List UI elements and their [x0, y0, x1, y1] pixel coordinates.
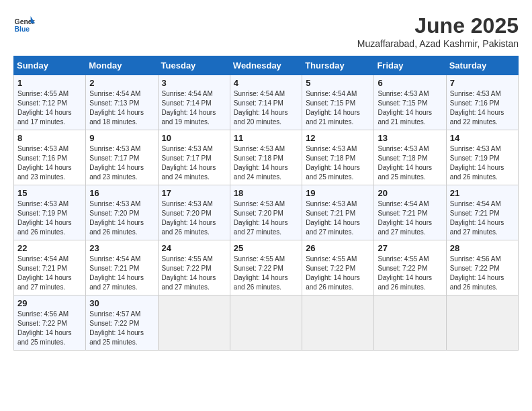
day-number: 29: [17, 298, 82, 308]
calendar-cell: 9 Sunrise: 4:53 AMSunset: 7:17 PMDayligh…: [86, 130, 158, 185]
day-number: 13: [378, 133, 442, 143]
calendar-cell: 6 Sunrise: 4:53 AMSunset: 7:15 PMDayligh…: [374, 75, 446, 130]
calendar-week-row: 1 Sunrise: 4:55 AMSunset: 7:12 PMDayligh…: [14, 75, 519, 130]
day-number: 15: [17, 188, 82, 198]
calendar-cell: 30 Sunrise: 4:57 AMSunset: 7:22 PMDaylig…: [86, 295, 158, 351]
calendar-cell: 20 Sunrise: 4:54 AMSunset: 7:21 PMDaylig…: [374, 185, 446, 240]
day-info: Sunrise: 4:54 AMSunset: 7:14 PMDaylight:…: [234, 90, 288, 126]
col-tuesday: Tuesday: [158, 56, 230, 75]
calendar-cell: 13 Sunrise: 4:53 AMSunset: 7:18 PMDaylig…: [374, 130, 446, 185]
calendar-cell: 12 Sunrise: 4:53 AMSunset: 7:18 PMDaylig…: [302, 130, 374, 185]
day-info: Sunrise: 4:53 AMSunset: 7:16 PMDaylight:…: [17, 145, 72, 181]
day-info: Sunrise: 4:53 AMSunset: 7:18 PMDaylight:…: [234, 145, 288, 181]
day-info: Sunrise: 4:53 AMSunset: 7:17 PMDaylight:…: [89, 145, 144, 181]
day-info: Sunrise: 4:53 AMSunset: 7:20 PMDaylight:…: [89, 200, 144, 236]
day-info: Sunrise: 4:54 AMSunset: 7:13 PMDaylight:…: [89, 90, 144, 126]
col-friday: Friday: [374, 56, 446, 75]
generalblue-logo-icon: General Blue: [13, 13, 35, 35]
col-saturday: Saturday: [446, 56, 518, 75]
calendar-cell: 5 Sunrise: 4:54 AMSunset: 7:15 PMDayligh…: [302, 75, 374, 130]
col-sunday: Sunday: [14, 56, 86, 75]
calendar-cell: 23 Sunrise: 4:54 AMSunset: 7:21 PMDaylig…: [86, 240, 158, 295]
day-number: 19: [306, 188, 370, 198]
day-number: 7: [450, 78, 515, 88]
day-info: Sunrise: 4:54 AMSunset: 7:15 PMDaylight:…: [306, 90, 360, 126]
month-year-title: June 2025: [357, 13, 519, 38]
day-number: 30: [89, 298, 154, 308]
day-number: 2: [89, 78, 154, 88]
day-info: Sunrise: 4:55 AMSunset: 7:22 PMDaylight:…: [234, 255, 288, 291]
day-info: Sunrise: 4:53 AMSunset: 7:19 PMDaylight:…: [450, 145, 504, 181]
day-number: 16: [89, 188, 154, 198]
day-number: 18: [234, 188, 298, 198]
calendar-week-row: 29 Sunrise: 4:56 AMSunset: 7:22 PMDaylig…: [14, 295, 519, 351]
location-subtitle: Muzaffarabad, Azad Kashmir, Pakistan: [357, 38, 519, 49]
day-number: 3: [162, 78, 226, 88]
calendar-cell: 24 Sunrise: 4:55 AMSunset: 7:22 PMDaylig…: [158, 240, 230, 295]
day-number: 11: [234, 133, 298, 143]
calendar-cell: 29 Sunrise: 4:56 AMSunset: 7:22 PMDaylig…: [14, 295, 86, 351]
day-number: 22: [17, 243, 82, 253]
day-info: Sunrise: 4:54 AMSunset: 7:21 PMDaylight:…: [89, 255, 144, 291]
calendar-cell: 25 Sunrise: 4:55 AMSunset: 7:22 PMDaylig…: [230, 240, 302, 295]
day-number: 9: [89, 133, 154, 143]
day-number: 24: [162, 243, 226, 253]
day-number: 5: [306, 78, 370, 88]
calendar-cell: 27 Sunrise: 4:55 AMSunset: 7:22 PMDaylig…: [374, 240, 446, 295]
day-number: 4: [234, 78, 298, 88]
day-info: Sunrise: 4:53 AMSunset: 7:18 PMDaylight:…: [378, 145, 432, 181]
day-number: 25: [234, 243, 298, 253]
day-info: Sunrise: 4:53 AMSunset: 7:18 PMDaylight:…: [306, 145, 360, 181]
day-info: Sunrise: 4:57 AMSunset: 7:22 PMDaylight:…: [89, 310, 144, 346]
day-number: 1: [17, 78, 82, 88]
calendar-cell: 21 Sunrise: 4:54 AMSunset: 7:21 PMDaylig…: [446, 185, 518, 240]
calendar-cell: 4 Sunrise: 4:54 AMSunset: 7:14 PMDayligh…: [230, 75, 302, 130]
day-number: 12: [306, 133, 370, 143]
calendar-cell: 18 Sunrise: 4:53 AMSunset: 7:20 PMDaylig…: [230, 185, 302, 240]
day-number: 26: [306, 243, 370, 253]
day-info: Sunrise: 4:55 AMSunset: 7:22 PMDaylight:…: [378, 255, 432, 291]
day-info: Sunrise: 4:56 AMSunset: 7:22 PMDaylight:…: [450, 255, 504, 291]
day-info: Sunrise: 4:54 AMSunset: 7:21 PMDaylight:…: [378, 200, 432, 236]
calendar-cell: 22 Sunrise: 4:54 AMSunset: 7:21 PMDaylig…: [14, 240, 86, 295]
day-number: 6: [378, 78, 442, 88]
day-number: 14: [450, 133, 515, 143]
day-info: Sunrise: 4:54 AMSunset: 7:21 PMDaylight:…: [450, 200, 504, 236]
calendar-cell: 19 Sunrise: 4:53 AMSunset: 7:21 PMDaylig…: [302, 185, 374, 240]
day-number: 8: [17, 133, 82, 143]
calendar-cell: 2 Sunrise: 4:54 AMSunset: 7:13 PMDayligh…: [86, 75, 158, 130]
calendar-cell: 8 Sunrise: 4:53 AMSunset: 7:16 PMDayligh…: [14, 130, 86, 185]
day-info: Sunrise: 4:54 AMSunset: 7:14 PMDaylight:…: [162, 90, 216, 126]
day-info: Sunrise: 4:53 AMSunset: 7:20 PMDaylight:…: [162, 200, 216, 236]
calendar-cell: [374, 295, 446, 351]
calendar-cell: 7 Sunrise: 4:53 AMSunset: 7:16 PMDayligh…: [446, 75, 518, 130]
day-number: 23: [89, 243, 154, 253]
calendar-cell: 17 Sunrise: 4:53 AMSunset: 7:20 PMDaylig…: [158, 185, 230, 240]
day-info: Sunrise: 4:53 AMSunset: 7:15 PMDaylight:…: [378, 90, 432, 126]
col-thursday: Thursday: [302, 56, 374, 75]
day-info: Sunrise: 4:53 AMSunset: 7:19 PMDaylight:…: [17, 200, 72, 236]
calendar-cell: 26 Sunrise: 4:55 AMSunset: 7:22 PMDaylig…: [302, 240, 374, 295]
day-number: 20: [378, 188, 442, 198]
calendar-cell: 28 Sunrise: 4:56 AMSunset: 7:22 PMDaylig…: [446, 240, 518, 295]
day-number: 27: [378, 243, 442, 253]
svg-text:Blue: Blue: [15, 26, 30, 33]
calendar-cell: 16 Sunrise: 4:53 AMSunset: 7:20 PMDaylig…: [86, 185, 158, 240]
day-number: 28: [450, 243, 515, 253]
weekday-header-row: Sunday Monday Tuesday Wednesday Thursday…: [14, 56, 519, 75]
day-info: Sunrise: 4:53 AMSunset: 7:16 PMDaylight:…: [450, 90, 504, 126]
day-number: 10: [162, 133, 226, 143]
calendar-cell: 11 Sunrise: 4:53 AMSunset: 7:18 PMDaylig…: [230, 130, 302, 185]
calendar-cell: [302, 295, 374, 351]
calendar-cell: 1 Sunrise: 4:55 AMSunset: 7:12 PMDayligh…: [14, 75, 86, 130]
day-info: Sunrise: 4:55 AMSunset: 7:22 PMDaylight:…: [306, 255, 360, 291]
day-number: 17: [162, 188, 226, 198]
calendar-cell: 14 Sunrise: 4:53 AMSunset: 7:19 PMDaylig…: [446, 130, 518, 185]
calendar-cell: 10 Sunrise: 4:53 AMSunset: 7:17 PMDaylig…: [158, 130, 230, 185]
day-info: Sunrise: 4:53 AMSunset: 7:17 PMDaylight:…: [162, 145, 216, 181]
day-number: 21: [450, 188, 515, 198]
day-info: Sunrise: 4:54 AMSunset: 7:21 PMDaylight:…: [17, 255, 72, 291]
calendar-week-row: 8 Sunrise: 4:53 AMSunset: 7:16 PMDayligh…: [14, 130, 519, 185]
calendar-cell: [230, 295, 302, 351]
calendar-cell: 3 Sunrise: 4:54 AMSunset: 7:14 PMDayligh…: [158, 75, 230, 130]
